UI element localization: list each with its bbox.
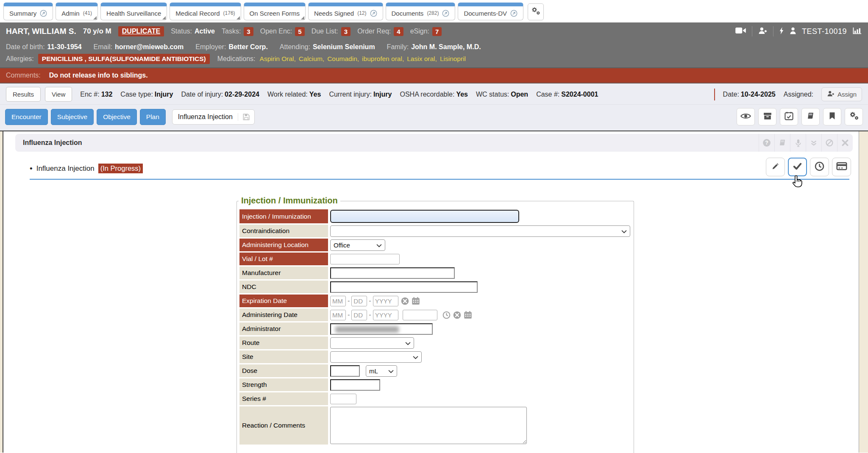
collapse-chevrons-icon[interactable]	[806, 134, 821, 152]
note-actions	[766, 158, 851, 176]
expiration-month-input[interactable]	[330, 296, 346, 306]
book-icon[interactable]	[774, 134, 790, 152]
form-row-dose: Dose mL	[239, 364, 630, 377]
preview-button[interactable]	[737, 108, 755, 125]
tasks-count-badge[interactable]: 3	[244, 27, 253, 36]
medication-link[interactable]: ibuprofen oral	[362, 55, 404, 63]
bullet: •	[30, 164, 33, 173]
popout-icon[interactable]	[510, 10, 517, 17]
schedule-button[interactable]	[780, 108, 798, 125]
calendar-icon[interactable]	[412, 297, 420, 305]
chart-book-button[interactable]	[801, 108, 820, 125]
administering-day-input[interactable]	[351, 310, 367, 320]
bookmark-button[interactable]	[823, 108, 841, 125]
contraindication-select[interactable]	[330, 225, 630, 237]
history-button[interactable]	[810, 158, 829, 176]
clear-date-icon[interactable]	[401, 297, 409, 305]
open-enc-count-badge[interactable]: 5	[295, 27, 304, 36]
section-header: Influenza Injection ?	[15, 134, 853, 152]
medication-link[interactable]: Aspirin Oral	[260, 55, 296, 63]
microphone-icon[interactable]	[790, 134, 806, 152]
time-now-icon[interactable]	[442, 311, 451, 319]
form-row-route: Route	[239, 336, 630, 349]
administering-location-select[interactable]: Office	[330, 239, 385, 251]
chevron-down-icon	[413, 353, 418, 361]
archive-button[interactable]	[758, 108, 776, 125]
tab-admin[interactable]: Admin (41)	[56, 3, 98, 20]
vial-lot-input[interactable]	[330, 254, 400, 264]
chart-tab-bar: Summary Admin (41) Health Surveillance M…	[0, 0, 868, 22]
popout-icon[interactable]	[442, 10, 449, 17]
video-camera-icon[interactable]	[735, 27, 746, 36]
administering-month-input[interactable]	[330, 310, 346, 320]
clock-icon	[815, 161, 824, 173]
reaction-comments-textarea[interactable]	[330, 407, 527, 444]
strength-input[interactable]	[330, 379, 380, 391]
person-icon[interactable]	[790, 27, 796, 36]
injection-immunization-input[interactable]	[330, 210, 519, 223]
calendar-icon[interactable]	[464, 311, 472, 319]
encounter-button[interactable]: Encounter	[5, 109, 48, 125]
due-list-count-badge[interactable]: 3	[341, 27, 351, 36]
person-plus-icon[interactable]	[758, 27, 768, 36]
tab-on-screen-forms[interactable]: On Screen Forms	[244, 3, 306, 20]
case-number: S2024-0001	[561, 91, 598, 98]
tab-summary[interactable]: Summary	[3, 3, 53, 20]
tab-settings-button[interactable]	[528, 3, 544, 20]
esign-count-badge[interactable]: 7	[432, 27, 442, 36]
results-button[interactable]: Results	[6, 87, 41, 102]
dose-unit-select[interactable]: mL	[366, 365, 397, 377]
status-badge[interactable]: (In Progress)	[98, 164, 143, 173]
bookmark-icon	[829, 112, 835, 122]
tab-documents-dv[interactable]: Documents-DV	[458, 3, 523, 20]
gears-icon	[849, 111, 859, 122]
route-select[interactable]	[330, 337, 414, 349]
help-icon[interactable]: ?	[759, 134, 774, 152]
assign-button[interactable]: Assign	[821, 87, 862, 101]
view-button[interactable]: View	[45, 87, 72, 102]
popout-icon[interactable]	[370, 10, 377, 17]
tab-influenza-injection[interactable]: Influenza Injection	[172, 109, 255, 125]
calendar-check-icon	[785, 111, 793, 122]
comments-text: Do not release info to siblings.	[49, 72, 148, 79]
administering-year-input[interactable]	[373, 310, 398, 320]
manufacturer-input[interactable]	[330, 267, 455, 279]
administering-time-input[interactable]	[403, 310, 437, 320]
subjective-button[interactable]: Subjective	[51, 109, 94, 125]
ndc-input[interactable]	[330, 281, 478, 293]
eye-icon	[740, 113, 751, 121]
tab-needs-signed[interactable]: Needs Signed (12)	[308, 3, 383, 20]
duplicate-badge[interactable]: DUPLICATE	[118, 26, 164, 36]
email-value[interactable]: horner@mieweb.com	[115, 43, 184, 51]
close-icon[interactable]	[837, 134, 853, 152]
form-row-administering-date: Administering Date - -	[239, 308, 630, 321]
tab-health-surveillance[interactable]: Health Surveillance	[100, 3, 167, 20]
tab-documents[interactable]: Documents (282)	[386, 3, 456, 20]
series-number-input[interactable]	[330, 394, 356, 404]
medication-link[interactable]: Coumadin	[327, 55, 359, 63]
administrator-input[interactable]	[330, 323, 433, 335]
disable-icon[interactable]	[821, 134, 837, 152]
billing-button[interactable]	[832, 158, 851, 176]
complete-button[interactable]	[788, 158, 807, 176]
medication-link[interactable]: Lisinopril	[440, 55, 466, 63]
dose-input[interactable]	[330, 365, 360, 377]
medication-link[interactable]: Calcium	[299, 55, 324, 63]
medication-link[interactable]: Lasix oral	[407, 55, 437, 63]
clear-date-icon[interactable]	[453, 311, 461, 319]
plan-button[interactable]: Plan	[140, 109, 166, 125]
allergies-badge[interactable]: PENICILLINS , SULFA(SULFONAMIDE ANTIBIOT…	[38, 54, 210, 64]
objective-button[interactable]: Objective	[97, 109, 137, 125]
expiration-year-input[interactable]	[373, 296, 398, 306]
tab-medical-record[interactable]: Medical Record (176)	[170, 3, 241, 20]
site-select[interactable]	[330, 351, 422, 363]
settings-button[interactable]	[845, 108, 863, 125]
note-title[interactable]: Influenza Injection	[36, 164, 95, 173]
popout-icon[interactable]	[40, 10, 47, 17]
save-icon[interactable]	[238, 113, 254, 121]
chart-stats-icon[interactable]	[852, 27, 862, 36]
edit-button[interactable]	[766, 158, 785, 176]
lightning-icon[interactable]	[779, 27, 784, 36]
order-req-count-badge[interactable]: 4	[394, 27, 403, 36]
expiration-day-input[interactable]	[351, 296, 367, 306]
